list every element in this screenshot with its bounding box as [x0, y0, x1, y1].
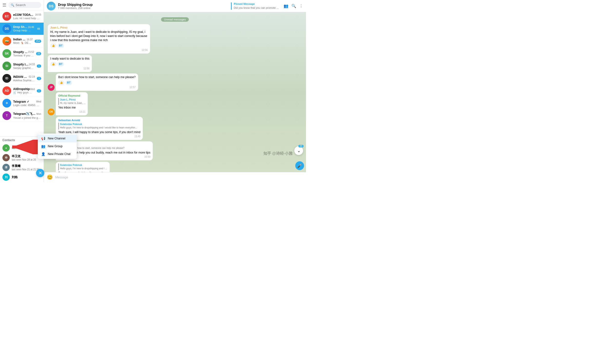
message-text: I really want to dedicate to this — [50, 57, 89, 61]
chat-item-ecom[interactable]: EC eCOM TODAY Ecommerce | ENG C... 16:55… — [0, 10, 44, 23]
contact-status: last seen Nov 28 at 20 — [12, 158, 41, 161]
chat-preview: Luis: Hi I need help with one store onli… — [13, 17, 41, 20]
new-private-chat-menuitem[interactable]: 👤 New Private Chat — [38, 150, 77, 158]
chat-name: Telegram ✓ — [13, 100, 29, 104]
watermark: 知乎 @诗经·小雅 — [263, 151, 293, 156]
reply-sender: Sviatoslav Polenok — [60, 164, 107, 167]
message-row: Sebastian Arnold Sviatoslav Polenok Hell… — [48, 117, 302, 140]
chat-item-indian[interactable]: 🇮🇳 Indian E-Commerce Wholsaler B2... 16:… — [0, 35, 44, 47]
unread-badge: 1 — [37, 65, 41, 68]
chat-item-telegram[interactable]: ✈ Telegram ✓ Wed Login code: 49450. Do n… — [0, 97, 44, 109]
unread-divider: Unread messages — [48, 17, 302, 22]
chat-name: Shopify Dropshipping Knowledge ... — [13, 50, 28, 54]
search-icon[interactable]: 🔍 — [291, 4, 296, 8]
bubble: I really want to dedicate to this 👍 BT 1… — [48, 55, 92, 72]
reply-sender: Sviatoslav Polenok — [60, 123, 140, 126]
unread-badge: 1 — [37, 89, 41, 92]
pinned-label: Pinned Message — [234, 2, 279, 5]
message-text: Yes inbox me — [58, 106, 85, 110]
fab-button[interactable]: ✕ — [36, 169, 44, 177]
chat-item-telegramflights[interactable]: T Telegram✈️飞机群发/群组拉人/群... Mon Yixuan z … — [0, 109, 44, 122]
new-channel-menuitem[interactable]: 📢 New Channel — [38, 135, 77, 142]
reply-reference: Juan L. Pérez Hi, my name is Juan, ... — [58, 98, 85, 105]
avatar: AD — [2, 86, 11, 95]
chat-time: Mon — [37, 113, 41, 115]
members-icon[interactable]: 👥 — [284, 4, 289, 8]
group-avatar: DS — [47, 2, 56, 11]
chat-input-bar: 😊 — [44, 172, 306, 182]
chat-time: 16:46 — [28, 26, 34, 28]
new-private-chat-label: New Private Chat — [48, 152, 70, 156]
pinned-text: Did you know that you can promote ... — [234, 6, 279, 9]
hamburger-icon[interactable]: ☰ — [2, 2, 6, 8]
new-group-label: New Group — [48, 144, 63, 148]
pinned-message[interactable]: Pinned Message Did you know that you can… — [231, 2, 279, 10]
message-row: SA Sviatoslav Polenok Hello guys, I'm ne… — [48, 162, 302, 172]
chat-preview: Tomiwa: If you need any recommenda... — [13, 54, 34, 57]
reactions: 👍 BT — [50, 62, 89, 66]
emoji-button[interactable]: 😊 — [47, 174, 53, 180]
reaction: 👍 — [58, 80, 65, 85]
bubble: Juan L. Pérez Hi, my name is Juan, and i… — [48, 24, 150, 53]
avatar: EC — [2, 12, 11, 21]
chat-preview: Meet: 🦌 DEER HEAD MULTIPURPOS... — [13, 41, 33, 45]
chat-item-dropshipping[interactable]: DS Drop Shipping Group 🔇 16:46 Group Hel… — [0, 23, 44, 35]
chat-name: AliDropship — [13, 87, 30, 91]
group-members: 7 048 members, 258 online — [58, 7, 229, 10]
message-row: OR Official Raymond Juan L. Pérez Hi, my… — [48, 92, 302, 115]
message-time: 12:56 — [50, 48, 148, 52]
search-box[interactable]: 🔍 Search — [8, 2, 41, 8]
bubble: Official Raymond Juan L. Pérez Hi, my na… — [56, 92, 88, 115]
chat-item-indiandrop[interactable]: ID INDIAN DROPSHIPPING🦅🐻 02:19 Adelina S… — [0, 72, 44, 85]
message-row: JP But i dont know how to start, someone… — [48, 74, 302, 91]
chat-preview: Adelina Sophia: There's this mining plat… — [13, 79, 35, 82]
more-icon[interactable]: ⋮ — [299, 4, 303, 8]
unread-badge: 3 — [37, 77, 41, 80]
chat-item-shopify[interactable]: SK Shopify Dropshipping Knowledge ... 15… — [0, 47, 44, 60]
chat-preview: 🛒 Hey guys 👋 You can book a free m... — [13, 91, 35, 94]
avatar: ID — [2, 74, 11, 83]
chat-item-shopifyindia[interactable]: SI Shopify India 🔇 14:33 Sanjay graphics… — [0, 60, 44, 72]
message-input[interactable] — [55, 175, 303, 179]
unread-badge: 26 — [36, 52, 41, 55]
new-channel-label: New Channel — [48, 137, 65, 140]
group-name: Drop Shipping Group — [58, 3, 229, 7]
contact-name: 刘焰 — [12, 175, 41, 179]
chat-preview: Sanjay graphics designer full time freel… — [13, 66, 35, 69]
chat-time: Wed — [30, 88, 35, 91]
chat-time: 14:33 — [29, 63, 35, 66]
message-row: Juan L. Pérez Hi, my name is Juan, and i… — [48, 24, 302, 53]
message-row: I really want to dedicate to this 👍 BT 1… — [48, 55, 302, 72]
chat-preview: Yixuan z joined the group via invite lin… — [13, 116, 41, 119]
chat-name: Shopify India 🔇 — [13, 63, 29, 66]
avatar: 🇮🇳 — [2, 37, 11, 46]
new-group-menuitem[interactable]: 👥 New Group — [38, 142, 77, 150]
channel-icon: 📢 — [41, 136, 45, 140]
mic-button[interactable]: 🎤 — [295, 161, 304, 170]
avatar: DS — [2, 24, 11, 33]
avatar: SK — [2, 49, 11, 58]
header-icons: 👥 🔍 ⋮ — [284, 4, 303, 8]
message-row: Juan L. Pérez But i dont know how to sta… — [48, 141, 302, 160]
group-info: Drop Shipping Group 7 048 members, 258 o… — [58, 3, 229, 10]
avatar: T — [2, 111, 11, 120]
message-time: 12:57 — [58, 86, 136, 89]
private-chat-icon: 👤 — [41, 152, 45, 156]
chat-time: 15:52 — [28, 51, 34, 53]
message-time: 13:21 — [58, 110, 85, 114]
chat-preview: Login code: 49450. Do not give this code… — [13, 104, 41, 106]
chat-time: 02:19 — [29, 76, 35, 78]
scroll-down-button[interactable]: 88 ⌄ — [294, 146, 303, 155]
reactions: 👍 BT — [50, 43, 148, 48]
chat-time: 16:55 — [35, 13, 41, 16]
reaction: BT — [66, 80, 72, 85]
chat-item-alidrop[interactable]: AD AliDropship Wed 🛒 Hey guys 👋 You can … — [0, 85, 44, 97]
reply-reference: Sviatoslav Polenok Hello guys, I'm new t… — [58, 164, 107, 170]
reaction: 👍 — [50, 62, 56, 66]
unread-label: Unread messages — [161, 17, 189, 22]
chat-messages: Unread messages Juan L. Pérez Hi, my nam… — [44, 12, 306, 172]
scroll-badge: 88 — [298, 145, 304, 147]
unread-badge: 254 — [35, 40, 41, 43]
message-sender: Juan L. Pérez — [50, 26, 148, 29]
chat-name: Drop Shipping Group 🔇 — [13, 25, 28, 29]
